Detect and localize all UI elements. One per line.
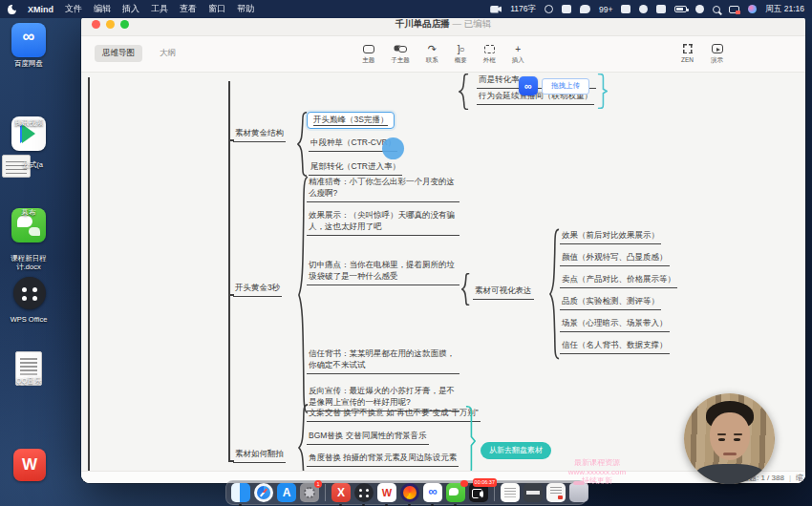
dock-app-store[interactable] xyxy=(277,483,296,502)
mindmap-topic[interactable]: 品质（实验检测、测评等） xyxy=(560,296,661,310)
mindmap-topic-selected[interactable]: 开头巅峰（3S完播） xyxy=(307,112,395,129)
dock-firefox[interactable] xyxy=(400,483,419,502)
mindmap-topic[interactable]: 场景（心理暗示、场景带入） xyxy=(560,318,670,332)
frame-icon xyxy=(484,45,495,53)
dock-baidu-netdisk[interactable] xyxy=(423,483,442,502)
branch-brace xyxy=(549,228,560,360)
netdisk-upload-icon[interactable]: ∞ xyxy=(519,76,538,95)
screen-mirroring-icon[interactable] xyxy=(729,6,739,13)
menu-file[interactable]: 文件 xyxy=(65,3,82,15)
toolbar-insert-button[interactable]: + 插入 xyxy=(512,44,524,65)
toolbar-summary-button[interactable]: ]○ 概要 xyxy=(455,44,467,65)
toolbar-zen-button[interactable]: ZEN xyxy=(681,44,694,65)
desktop-label: 幕布 xyxy=(0,208,57,217)
summary-bracket xyxy=(597,74,608,109)
mindmap-topic[interactable]: 效果展示：（尖叫惊呼）天哪真的没有骗人，这也太好用了吧 xyxy=(307,210,459,236)
siri-icon[interactable] xyxy=(748,5,757,13)
desktop-screen: XMind 文件 编辑 插入 工具 查看 窗口 帮助 1176字 99+ 周五 … xyxy=(0,0,812,506)
branch-label[interactable]: 素材可视化表达 xyxy=(473,285,534,300)
desktop-icon-mubu[interactable] xyxy=(13,277,46,309)
zen-icon xyxy=(683,44,693,53)
mindmap-topic[interactable]: 尾部转化（CTR进入率） xyxy=(309,161,402,176)
dock-xmind[interactable] xyxy=(331,483,351,502)
present-icon xyxy=(712,44,723,53)
toolbar-topic-button[interactable]: 主题 xyxy=(362,44,374,65)
keyboard-icon[interactable] xyxy=(621,5,630,13)
camera-icon[interactable] xyxy=(490,6,502,13)
dock-document[interactable] xyxy=(501,483,520,502)
desktop-label: 腾讯视频 xyxy=(0,118,57,127)
toolbar-frame-button[interactable]: 外框 xyxy=(483,44,496,65)
mindmap-topic[interactable]: 信任背书：某某明星都在用的这款面膜，你确定不来试试 xyxy=(307,348,459,374)
dock-mubu[interactable] xyxy=(354,483,374,502)
mindmap-topic[interactable]: 角度替换 拍摄的背景元素及周边陈设元素 xyxy=(307,453,459,467)
branch-brace xyxy=(459,74,469,110)
mindmap-topic[interactable]: 文案交替 换字不换意 如“再也不要”变成“千万别” xyxy=(307,408,481,422)
menu-view[interactable]: 查看 xyxy=(180,3,197,15)
toolbar-subtopic-button[interactable]: 子主题 xyxy=(391,44,410,65)
screenshot-icon[interactable] xyxy=(562,5,571,13)
mindmap-topic[interactable]: 卖点（产品对比、价格展示等） xyxy=(560,274,677,288)
desktop-label: QQ音乐 xyxy=(0,376,57,385)
search-icon[interactable] xyxy=(713,6,720,13)
branch-label[interactable]: 素材黄金结构 xyxy=(233,128,286,142)
topic-icon xyxy=(363,45,374,53)
toolbar-present-button[interactable]: 演示 xyxy=(711,44,723,65)
dock-wps[interactable] xyxy=(377,483,396,502)
menu-help[interactable]: 帮助 xyxy=(237,3,254,15)
menu-app-name[interactable]: XMind xyxy=(28,5,53,14)
window-toolbar: 思维导图 大纲 主题 子主题 ↷ 联系 ]○ 概要 xyxy=(81,36,805,73)
dock-document-2[interactable] xyxy=(546,483,566,502)
menu-edit[interactable]: 编辑 xyxy=(94,3,111,15)
mindmap-topic[interactable]: 精准猎奇：小丁你怎么出彩一个月变的这么瘦啊? xyxy=(307,177,459,202)
desktop-label: 课程新日程计.docx xyxy=(0,254,57,272)
menu-tools[interactable]: 工具 xyxy=(151,3,168,15)
branch-label[interactable]: 开头黄金3秒 xyxy=(233,283,282,297)
mindmap-topic[interactable]: 切中痛点：当你在电梯里，提着厕所的垃圾袋破了是一种什么感受 xyxy=(307,260,459,285)
account-icon[interactable] xyxy=(695,5,704,13)
desktop-icon-baidu-netdisk[interactable] xyxy=(11,23,46,57)
mindmap-topic[interactable]: BGM替换 交替同属性的背景音乐 xyxy=(307,431,429,445)
wechat-unread-count: 99+ xyxy=(599,5,612,14)
dock-divider xyxy=(325,484,326,501)
summary-topic[interactable]: 从新去翻盘素材 xyxy=(481,442,551,459)
clock-icon[interactable] xyxy=(545,5,553,13)
edited-indicator: — 已编辑 xyxy=(453,18,492,29)
dock-screen-recorder[interactable]: 00:06:37 xyxy=(469,483,488,502)
desktop-icon-wps[interactable]: W xyxy=(13,449,46,481)
dock-trash[interactable] xyxy=(569,483,588,502)
dock-archive[interactable] xyxy=(524,483,543,502)
summary-bracket xyxy=(465,406,476,476)
battery-icon[interactable] xyxy=(674,6,687,12)
menu-insert[interactable]: 插入 xyxy=(122,3,139,15)
dock-safari[interactable] xyxy=(254,483,273,502)
bluetooth-icon[interactable] xyxy=(656,5,666,13)
dock-finder[interactable] xyxy=(231,483,250,502)
mindmap-topic[interactable]: 效果（前后对比效果展示） xyxy=(560,230,661,244)
word-count: 1176字 xyxy=(510,4,536,15)
wechat-status-icon[interactable] xyxy=(580,5,590,13)
subtopic-icon xyxy=(398,46,407,53)
toolbar-relation-button[interactable]: ↷ 联系 xyxy=(426,44,438,65)
menubar-datetime[interactable]: 周五 21:16 xyxy=(765,4,804,15)
relation-icon: ↷ xyxy=(426,44,438,54)
mindmap-topic[interactable]: 颜值（外观特写、凸显质感） xyxy=(560,252,670,266)
statusbar-separator: | xyxy=(789,474,791,482)
apple-icon[interactable] xyxy=(8,5,16,14)
zoom-control-partial[interactable]: 缩 xyxy=(796,473,803,483)
pointer-annotation-dot xyxy=(382,137,404,159)
branch-label[interactable]: 素材如何翻拍 xyxy=(233,449,286,463)
desktop-label: WPS Office xyxy=(0,315,57,324)
mindmap-topic[interactable]: 信任（名人背书、数据支撑） xyxy=(560,340,670,354)
connector-line xyxy=(88,77,90,482)
webcam-overlay[interactable] xyxy=(684,393,775,484)
netdisk-status-icon[interactable] xyxy=(639,5,648,13)
recording-timer-badge: 00:06:37 xyxy=(473,478,497,487)
dock-system-settings[interactable]: 1 xyxy=(300,483,319,502)
connector-line xyxy=(228,81,230,461)
notification-badge: 1 xyxy=(314,480,322,488)
window-title: 千川单品店播 — 已编辑 xyxy=(81,18,805,31)
menu-window[interactable]: 窗口 xyxy=(208,3,225,15)
dock: 1 00:06:37 xyxy=(225,480,587,505)
dock-wechat[interactable] xyxy=(446,483,465,502)
